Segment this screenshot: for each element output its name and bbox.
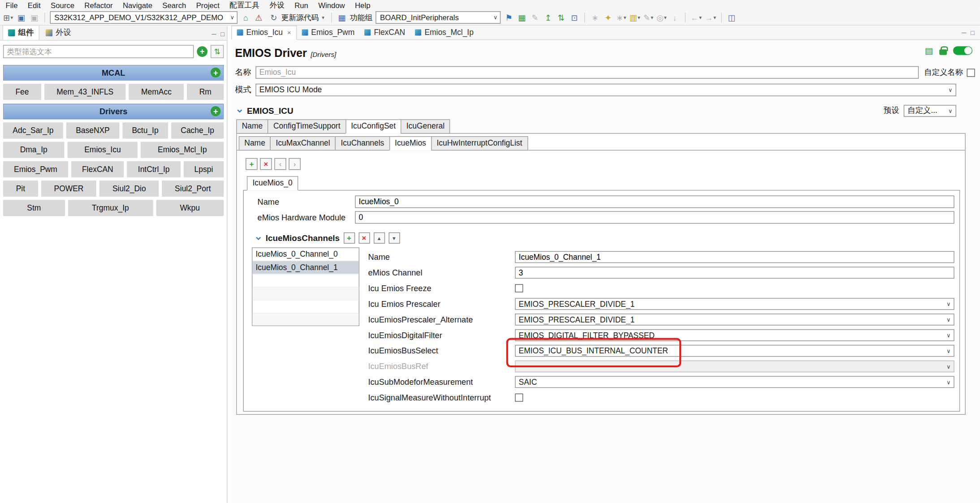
console-button[interactable]: ⊡ [570,12,579,23]
prescaler-alternate-select[interactable]: EMIOS_PRESCALER_DIVIDE_1 ∨ [515,314,954,325]
editor-tab-emios-pwm[interactable]: Emios_Pwm [297,26,359,39]
component-button-flexcan[interactable]: FlexCAN [71,161,124,177]
preset-select[interactable]: 自定义... ∨ [904,105,956,116]
component-button-cache-ip[interactable]: Cache_Ip [171,122,224,138]
editor-tab-flexcan[interactable]: FlexCAN [359,26,410,39]
name-input[interactable] [255,66,918,79]
tab-icuemios[interactable]: IcueMios [389,136,432,150]
error-alert-icon[interactable]: ⚠ [254,12,263,23]
gears-dropdown-button[interactable]: ∗▾ [616,12,626,23]
channel-list-item-selected[interactable]: IcueMios_0_Channel_1 [252,261,358,274]
sort-components-button[interactable]: ⇅ [211,45,224,58]
move-channel-up-button[interactable]: ▲ [373,232,384,244]
pin-button[interactable]: ⚑ [504,12,514,23]
component-button-emios-pwm[interactable]: Emios_Pwm [3,161,68,177]
channel-name-input[interactable] [515,251,954,263]
add-driver-button[interactable]: + [211,106,220,116]
save-all-button[interactable]: ▣ [30,12,39,23]
pencil-dropdown-button[interactable]: ✎▾ [643,12,653,23]
component-button-basenxp[interactable]: BaseNXP [66,122,119,138]
enable-toggle[interactable] [953,46,972,55]
prev-mios-button[interactable]: ‹ [274,158,286,170]
mios-name-input[interactable] [355,196,954,208]
component-button-stm[interactable]: Stm [3,200,65,216]
tab-name[interactable]: Name [236,119,268,133]
mode-select[interactable]: EMIOS ICU Mode ∨ [255,84,956,96]
add-mios-button[interactable]: + [246,158,257,170]
component-button-adc-sar-ip[interactable]: Adc_Sar_Ip [3,122,63,138]
functional-group-selector[interactable]: BOARD_InitPeripherals ∨ [376,11,501,24]
board-view-button[interactable]: ▦ [517,12,527,23]
editor-tab-emios-mcl-ip[interactable]: Emios_Mcl_Ip [410,26,479,39]
menu-search[interactable]: Search [162,1,186,10]
chevron-down-icon[interactable] [236,107,243,114]
component-button-rm[interactable]: Rm [187,84,224,100]
component-button-dma-ip[interactable]: Dma_Ip [3,142,65,158]
minimize-icon[interactable]: ─ [962,30,966,36]
tab-icuemios-0[interactable]: IcueMios_0 [247,176,298,190]
component-button-bctu-ip[interactable]: Bctu_Ip [122,122,168,138]
tab-cs-name[interactable]: Name [239,136,271,150]
add-mcal-button[interactable]: + [211,68,220,77]
next-mios-button[interactable]: › [289,158,300,170]
sort-button[interactable]: ⇅ [556,12,566,23]
component-button-trgmux-ip[interactable]: Trgmux_Ip [68,200,153,216]
component-button-fee[interactable]: Fee [3,84,41,100]
submode-select[interactable]: SAIC ∨ [515,376,954,388]
remove-mios-button[interactable]: × [260,158,272,170]
save-button[interactable]: ▣ [16,12,26,23]
tab-peripherals[interactable]: 外设 [41,26,76,40]
project-selector[interactable]: S32K312_APP_DEMO_V1/S32K312_APP_DEMO ∨ [50,11,237,24]
menu-help[interactable]: Help [355,1,370,10]
lock-icon[interactable] [939,49,947,55]
freeze-checkbox[interactable] [515,284,523,292]
source-file-icon[interactable]: ▤ [925,46,933,55]
tab-icuhwinterruptconfiglist[interactable]: IcuHwInterruptConfigList [431,136,528,150]
menu-peripherals[interactable]: 外设 [269,0,284,11]
component-button-emios-icu[interactable]: Emios_Icu [67,142,138,158]
down-arrow-button[interactable]: ↓ [670,12,680,23]
tab-components[interactable]: 组件 [3,25,39,40]
menu-navigate[interactable]: Navigate [123,1,152,10]
menu-edit[interactable]: Edit [28,1,41,10]
custom-name-checkbox[interactable] [967,69,975,77]
component-button-memacc[interactable]: MemAcc [129,84,184,100]
bus-select-select[interactable]: EMIOS_ICU_BUS_INTERNAL_COUNTER ∨ [515,345,954,357]
package-dropdown-button[interactable]: ▥▾ [629,12,640,23]
component-button-siul2-port[interactable]: Siul2_Port [162,181,224,197]
component-button-emios-mcl-ip[interactable]: Emios_Mcl_Ip [141,142,224,158]
tab-icumaxchannel[interactable]: IcuMaxChannel [270,136,336,150]
add-channel-button[interactable]: + [343,232,354,244]
component-button-power[interactable]: POWER [41,181,96,197]
key-button[interactable]: ✦ [603,12,613,23]
component-button-mem-43-infls[interactable]: Mem_43_INFLS [44,84,126,100]
maximize-icon[interactable]: □ [220,30,224,37]
add-component-button[interactable]: + [197,46,207,57]
filter-input[interactable] [3,45,194,58]
emios-channel-input[interactable] [515,267,954,279]
digital-filter-select[interactable]: EMIOS_DIGITAL_FILTER_BYPASSED ∨ [515,329,954,341]
forward-button[interactable]: →▾ [705,12,716,23]
menu-run[interactable]: Run [294,1,308,10]
menu-file[interactable]: File [6,1,18,10]
close-icon[interactable]: × [287,29,291,36]
menu-config-tools[interactable]: 配置工具 [229,0,259,11]
home-button[interactable]: ⌂ [241,12,250,23]
signal-measure-checkbox[interactable] [515,394,523,402]
tab-icugeneral[interactable]: IcuGeneral [401,119,450,133]
tab-icuconfigset[interactable]: IcuConfigSet [345,119,401,133]
channel-list[interactable]: IcueMios_0_Channel_0 IcueMios_0_Channel_… [252,247,359,326]
component-button-pit[interactable]: Pit [3,181,38,197]
chart-button[interactable]: ◫ [727,12,737,23]
editor-tab-emios-icu[interactable]: Emios_Icu × [231,26,297,40]
maximize-icon[interactable]: □ [971,30,974,36]
prescaler-select[interactable]: EMIOS_PRESCALER_DIVIDE_1 ∨ [515,298,954,310]
minimize-icon[interactable]: ─ [212,30,216,37]
component-button-siul2-dio[interactable]: Siul2_Dio [99,181,159,197]
tab-configtimesupport[interactable]: ConfigTimeSupport [268,119,346,133]
remove-channel-button[interactable]: × [358,232,370,244]
menu-project[interactable]: Project [196,1,220,10]
edit-check-button[interactable]: ✎ [530,12,540,23]
move-channel-down-button[interactable]: ▼ [389,232,400,244]
component-button-lpspi[interactable]: Lpspi [184,161,224,177]
